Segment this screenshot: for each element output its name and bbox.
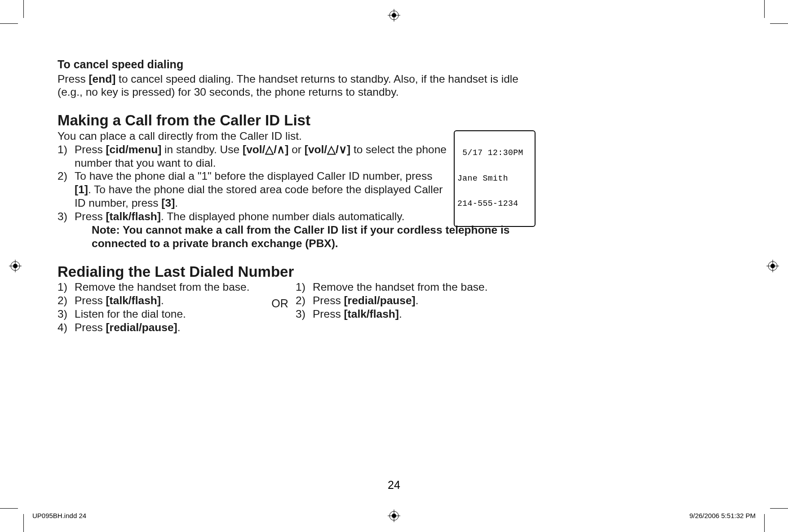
key-cid-menu: [cid/menu] xyxy=(106,143,161,155)
section-heading-cancel: To cancel speed dialing xyxy=(58,58,543,71)
page: 5/17 12:30PM Jane Smith 214-555-1234 To … xyxy=(0,0,788,532)
list-marker: 4) xyxy=(58,321,75,334)
text: or xyxy=(288,143,304,155)
redial-method-b: 1) Remove the handset from the base. 2) … xyxy=(296,280,543,321)
list-item: 1) Remove the handset from the base. xyxy=(58,280,264,294)
text: in standby. Use xyxy=(161,143,243,155)
crop-mark-bottom-left xyxy=(0,505,27,532)
list-marker: 3) xyxy=(58,210,75,223)
list-marker: 2) xyxy=(58,294,75,307)
list-item: 4) Press [redial/pause]. xyxy=(58,321,264,334)
text: Press xyxy=(58,73,89,85)
list-body: Remove the handset from the base. xyxy=(75,280,264,294)
imprint-footer: UP095BH.indd 24 9/26/2006 5:51:32 PM xyxy=(32,512,756,519)
list-body: Press [cid/menu] in standby. Use [vol/△/… xyxy=(75,143,448,170)
content-body: To cancel speed dialing Press [end] to c… xyxy=(58,58,543,334)
imprint-timestamp: 9/26/2006 5:51:32 PM xyxy=(689,512,756,519)
registration-mark-icon xyxy=(766,260,779,272)
list-item: 3) Press [talk/flash]. xyxy=(296,307,543,321)
list-item: 1) Remove the handset from the base. xyxy=(296,280,543,294)
key-talk-flash: [talk/flash] xyxy=(106,210,161,222)
text: Press xyxy=(75,321,106,333)
crop-mark-top-left xyxy=(0,0,27,27)
list-item: 3) Press [talk/flash]. The displayed pho… xyxy=(58,210,448,223)
text: . xyxy=(161,294,164,306)
section-heading-caller-id: Making a Call from the Caller ID List xyxy=(58,111,543,129)
key-end: [end] xyxy=(89,73,115,85)
text: . The displayed phone number dials autom… xyxy=(161,210,405,222)
list-marker: 2) xyxy=(296,294,313,307)
paragraph-cancel: Press [end] to cancel speed dialing. The… xyxy=(58,72,543,99)
redial-steps-b: 1) Remove the handset from the base. 2) … xyxy=(296,280,543,321)
list-item: 2) To have the phone dial a "1" before t… xyxy=(58,169,448,210)
text: . To have the phone dial the stored area… xyxy=(75,183,443,209)
list-body: Press [talk/flash]. The displayed phone … xyxy=(75,210,448,223)
caller-id-intro: You can place a call directly from the C… xyxy=(58,129,543,143)
key-talk-flash: [talk/flash] xyxy=(344,308,399,320)
registration-mark-icon xyxy=(388,9,400,22)
key-1: [1] xyxy=(75,183,88,195)
text: Press xyxy=(313,308,344,320)
redial-steps-a: 1) Remove the handset from the base. 2) … xyxy=(58,280,264,334)
list-body: Press [redial/pause]. xyxy=(313,294,543,307)
text: . xyxy=(175,197,178,209)
text: . xyxy=(177,321,181,333)
registration-mark-icon xyxy=(9,260,22,272)
text: To have the phone dial a "1" before the … xyxy=(75,170,432,182)
list-marker: 2) xyxy=(58,169,75,210)
list-marker: 1) xyxy=(58,143,75,170)
list-body: Press [redial/pause]. xyxy=(75,321,264,334)
list-item: 2) Press [talk/flash]. xyxy=(58,294,264,307)
imprint-filename: UP095BH.indd 24 xyxy=(32,512,86,519)
text: Press xyxy=(75,294,106,306)
text: Press xyxy=(313,294,344,306)
text: to cancel speed dialing. The handset ret… xyxy=(58,73,518,98)
note-pbx: Note: You cannot make a call from the Ca… xyxy=(58,223,534,250)
list-marker: 3) xyxy=(58,307,75,321)
list-marker: 1) xyxy=(296,280,313,294)
list-marker: 1) xyxy=(58,280,75,294)
list-body: Listen for the dial tone. xyxy=(75,307,264,321)
text: . xyxy=(416,294,419,306)
list-marker: 3) xyxy=(296,307,313,321)
list-item: 1) Press [cid/menu] in standby. Use [vol… xyxy=(58,143,448,170)
text: . xyxy=(399,308,402,320)
redial-columns: 1) Remove the handset from the base. 2) … xyxy=(58,280,543,334)
key-talk-flash: [talk/flash] xyxy=(106,294,161,306)
list-body: Remove the handset from the base. xyxy=(313,280,543,294)
caller-id-steps: 1) Press [cid/menu] in standby. Use [vol… xyxy=(58,143,448,223)
redial-method-a: 1) Remove the handset from the base. 2) … xyxy=(58,280,264,334)
list-body: To have the phone dial a "1" before the … xyxy=(75,169,448,210)
text: Press xyxy=(75,210,106,222)
section-heading-redial: Redialing the Last Dialed Number xyxy=(58,263,543,281)
page-number: 24 xyxy=(0,479,788,492)
or-separator: OR xyxy=(264,280,296,310)
list-body: Press [talk/flash]. xyxy=(313,307,543,321)
key-vol-down: [vol/△/∨] xyxy=(305,143,350,155)
text: Press xyxy=(75,143,106,155)
list-item: 2) Press [redial/pause]. xyxy=(296,294,543,307)
list-body: Press [talk/flash]. xyxy=(75,294,264,307)
key-redial-pause: [redial/pause] xyxy=(106,321,177,333)
key-3: [3] xyxy=(161,197,175,209)
key-vol-up: [vol/△/∧] xyxy=(243,143,288,155)
key-redial-pause: [redial/pause] xyxy=(344,294,415,306)
crop-mark-bottom-right xyxy=(761,505,788,532)
crop-mark-top-right xyxy=(761,0,788,27)
list-item: 3) Listen for the dial tone. xyxy=(58,307,264,321)
